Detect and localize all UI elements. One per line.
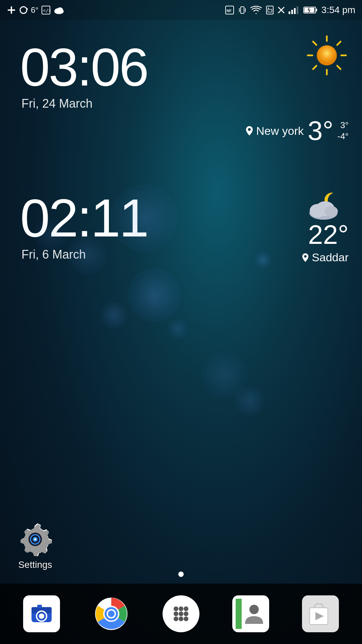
- svg-rect-70: [244, 609, 246, 612]
- app-drawer-button[interactable]: [161, 594, 201, 634]
- svg-point-46: [34, 538, 36, 540]
- svg-point-64: [179, 616, 183, 621]
- svg-text:▲: ▲: [267, 6, 270, 9]
- svg-point-42: [304, 255, 307, 257]
- plus-icon: [7, 5, 16, 15]
- svg-point-50: [39, 613, 44, 619]
- svg-rect-21: [297, 6, 298, 14]
- svg-rect-11: [239, 8, 240, 12]
- sun-weather-icon: [305, 34, 349, 77]
- bokeh-3: [127, 268, 181, 322]
- page-indicator: [178, 572, 184, 577]
- temp-range-1: 3° -4°: [337, 120, 349, 142]
- svg-point-41: [324, 206, 338, 217]
- playstore-app-icon[interactable]: [300, 594, 341, 634]
- svg-point-68: [249, 605, 259, 614]
- bokeh-6: [168, 319, 188, 339]
- svg-line-34: [337, 42, 341, 45]
- clock-widget-1: 03:06 Fri, 24 March: [20, 40, 349, 111]
- svg-point-56: [108, 610, 115, 617]
- svg-point-60: [174, 611, 178, 616]
- settings-label: Settings: [18, 559, 52, 570]
- dock: [0, 584, 362, 644]
- dots-grid-icon: [169, 602, 193, 626]
- chrome-icon: [95, 597, 128, 631]
- svg-line-33: [337, 66, 341, 69]
- code-icon: </>: [41, 5, 51, 15]
- svg-rect-48: [32, 607, 52, 613]
- svg-rect-1: [8, 9, 15, 11]
- location-name-2: Saddar: [312, 251, 349, 264]
- svg-rect-12: [245, 8, 246, 12]
- clock-time-2: 02:11: [20, 191, 349, 245]
- location-name-1: New york: [256, 124, 304, 138]
- contacts-icon: [236, 599, 266, 629]
- camera-app-icon[interactable]: [21, 594, 62, 634]
- camera-icon: [30, 602, 53, 626]
- cloud-icon: [53, 5, 65, 15]
- battery-icon: [303, 6, 318, 14]
- refresh-icon: [19, 5, 28, 15]
- cloudy-night-icon: [302, 188, 349, 221]
- svg-text:NF: NF: [227, 9, 232, 13]
- bokeh-2: [67, 235, 107, 275]
- svg-point-61: [179, 611, 183, 616]
- status-left-icons: 6° </>: [7, 5, 65, 15]
- status-right-icons: NF ▲: [225, 5, 355, 15]
- bokeh-5: [101, 302, 127, 329]
- playstore-icon-container: [302, 595, 339, 632]
- contacts-icon-container: [232, 595, 269, 632]
- svg-rect-14: [268, 9, 272, 12]
- clock-date-1: Fri, 24 March: [21, 97, 349, 111]
- page-dot-active: [178, 572, 184, 577]
- location-row-1: New york: [245, 124, 304, 138]
- clock-time-1: 03:06: [20, 40, 349, 94]
- app-drawer-icon: [163, 595, 199, 632]
- svg-rect-71: [244, 613, 246, 616]
- nfc-icon: NF: [225, 5, 234, 15]
- settings-icon-container: [17, 519, 54, 556]
- svg-rect-67: [236, 599, 242, 629]
- chrome-app-icon[interactable]: [91, 594, 131, 634]
- status-bar: 6° </> NF: [0, 0, 362, 20]
- settings-app[interactable]: Settings: [17, 519, 54, 570]
- svg-line-32: [313, 42, 316, 45]
- bokeh-4: [34, 218, 67, 252]
- svg-point-58: [179, 606, 183, 611]
- bokeh-9: [255, 252, 272, 268]
- play-store-icon: [307, 600, 334, 627]
- temp-low-1: -4°: [337, 131, 349, 142]
- temperature-status: 6°: [31, 5, 39, 15]
- svg-point-57: [174, 606, 178, 611]
- bokeh-1: [111, 184, 178, 252]
- location-row-2: Saddar: [302, 251, 349, 264]
- svg-rect-69: [244, 605, 246, 608]
- location-pin-icon-2: [302, 253, 309, 263]
- current-temp-2: 22°: [308, 221, 349, 248]
- current-temp-1: 3°: [308, 117, 333, 144]
- signal-bars-icon: [288, 5, 300, 15]
- location-pin-icon-1: [245, 125, 253, 136]
- svg-rect-10: [241, 7, 244, 13]
- weather-info-1: New york 3° 3° -4°: [245, 117, 349, 144]
- svg-point-63: [174, 616, 178, 621]
- sim-icon: ▲: [265, 5, 275, 15]
- svg-line-35: [313, 66, 316, 69]
- svg-point-37: [248, 128, 251, 131]
- bokeh-8: [235, 386, 265, 416]
- svg-rect-51: [37, 605, 42, 608]
- contacts-app-icon[interactable]: [231, 594, 271, 634]
- svg-rect-23: [316, 9, 317, 11]
- settings-gear-icon: [17, 519, 54, 556]
- no-signal-x-icon: [278, 7, 285, 13]
- wifi-icon: [250, 5, 262, 15]
- status-time: 3:54 pm: [321, 5, 355, 15]
- svg-point-36: [317, 45, 337, 65]
- svg-point-7: [57, 7, 63, 13]
- weather-widget-1: [305, 34, 349, 78]
- vibrate-icon: [238, 5, 247, 15]
- weather-widget-2: 22° Saddar: [302, 188, 349, 264]
- svg-point-59: [184, 606, 188, 611]
- svg-point-65: [184, 616, 188, 621]
- temp-high-1: 3°: [337, 120, 349, 130]
